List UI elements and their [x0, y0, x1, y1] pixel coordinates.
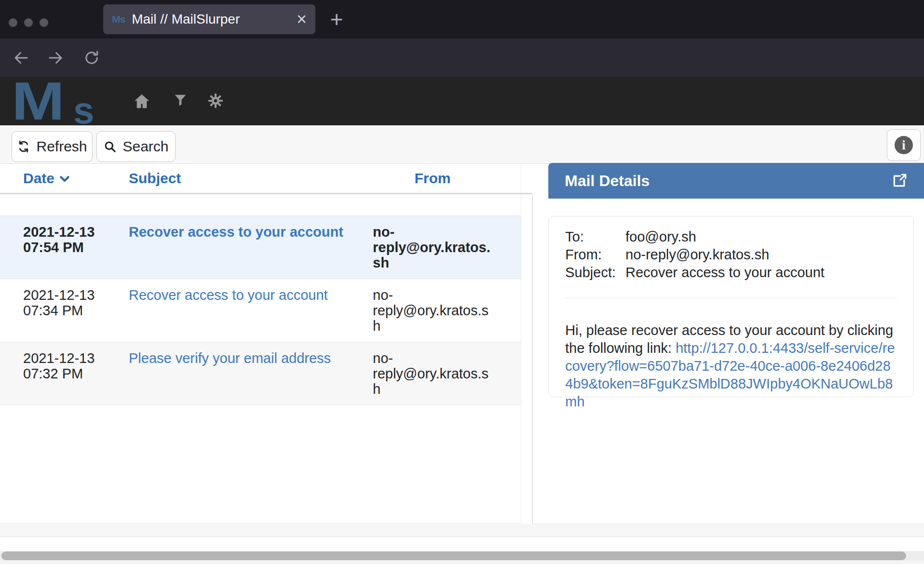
window-control-dot[interactable]	[24, 18, 33, 27]
forward-icon[interactable]	[47, 49, 64, 67]
panel-divider	[532, 195, 533, 537]
table-row[interactable]: 2021-12-13 07:54 PM Recover access to yo…	[0, 215, 521, 279]
refresh-icon	[17, 140, 30, 153]
action-strip: Refresh Search i	[0, 125, 924, 164]
browser-tab[interactable]: Ms Mail // MailSlurper ×	[103, 4, 315, 34]
mail-details-title: Mail Details	[565, 172, 891, 190]
refresh-button[interactable]: Refresh	[12, 131, 93, 162]
footer-strip	[0, 524, 924, 537]
detail-subject-row: Subject: Recover access to your account	[565, 264, 897, 282]
info-button[interactable]: i	[887, 129, 921, 161]
from-value: no-reply@ory.kratos.sh	[625, 246, 769, 264]
mail-subject-link[interactable]: Recover access to your account	[129, 224, 373, 240]
mail-subject-link[interactable]: Please verify your email address	[129, 350, 373, 366]
bottom-edge	[0, 561, 924, 564]
mail-date: 2021-12-13 07:34 PM	[0, 287, 129, 318]
home-icon[interactable]	[133, 92, 151, 110]
filter-icon[interactable]	[172, 92, 190, 110]
new-tab-button[interactable]: +	[324, 7, 349, 32]
mail-from: no-reply@ory.kratos.sh	[373, 350, 498, 397]
mailslurper-navbar: M s	[0, 77, 924, 125]
window-control-dot[interactable]	[9, 18, 17, 27]
sort-desc-icon	[59, 175, 70, 183]
external-link-icon[interactable]	[891, 173, 908, 189]
header-divider	[0, 193, 532, 194]
subject-value: Recover access to your account	[625, 264, 825, 282]
table-row[interactable]: 2021-12-13 07:34 PM Recover access to yo…	[0, 279, 521, 342]
mail-list-header: Date Subject From	[0, 164, 521, 193]
browser-window: Ms Mail // MailSlurper × + 127.0.0.1:443…	[0, 0, 924, 564]
table-row[interactable]: 2021-12-13 07:32 PM Please verify your e…	[0, 342, 521, 405]
mail-details-header: Mail Details	[548, 163, 924, 199]
mail-date: 2021-12-13 07:32 PM	[0, 350, 129, 381]
subject-label: Subject:	[565, 264, 625, 282]
column-header-date-label: Date	[23, 170, 54, 186]
scrollbar-thumb[interactable]	[1, 551, 906, 560]
tab-title: Mail // MailSlurper	[132, 12, 291, 27]
mail-from: no-reply@ory.kratos.sh	[373, 224, 498, 270]
logo-letter-s: s	[73, 89, 94, 125]
mail-body: Hi, please recover access to your accoun…	[565, 322, 897, 411]
search-button-label: Search	[122, 138, 168, 155]
mail-date: 2021-12-13 07:54 PM	[0, 224, 129, 255]
details-divider	[565, 298, 897, 298]
mail-rows: 2021-12-13 07:54 PM Recover access to yo…	[0, 215, 521, 405]
tab-close-icon[interactable]: ×	[297, 12, 307, 27]
window-controls[interactable]	[9, 18, 48, 27]
to-value: foo@ory.sh	[625, 228, 696, 246]
column-header-from[interactable]: From	[373, 170, 498, 187]
mailslurper-favicon: Ms	[112, 13, 125, 25]
back-icon[interactable]	[13, 49, 30, 67]
search-icon	[103, 140, 117, 153]
column-header-date[interactable]: Date	[0, 170, 129, 187]
logo-letter-m: M	[12, 77, 65, 125]
to-label: To:	[565, 228, 625, 246]
mailslurper-logo: M s	[12, 77, 113, 125]
mail-subject-link[interactable]: Recover access to your account	[129, 287, 373, 303]
from-label: From:	[565, 246, 625, 264]
gear-icon[interactable]	[207, 92, 225, 110]
horizontal-scrollbar[interactable]	[0, 551, 924, 561]
mail-from: no-reply@ory.kratos.sh	[373, 287, 498, 334]
mail-details-card: To: foo@ory.sh From: no-reply@ory.kratos…	[548, 216, 914, 397]
search-button[interactable]: Search	[96, 131, 176, 162]
info-icon: i	[895, 136, 913, 154]
column-header-subject[interactable]: Subject	[129, 170, 373, 187]
tab-bar: Ms Mail // MailSlurper × +	[0, 0, 924, 39]
detail-to-row: To: foo@ory.sh	[565, 228, 897, 246]
refresh-button-label: Refresh	[36, 138, 87, 155]
mail-list-panel: Date Subject From 2021-12-13 07:54 PM Re…	[0, 164, 521, 524]
detail-from-row: From: no-reply@ory.kratos.sh	[565, 246, 897, 264]
window-control-dot[interactable]	[40, 18, 48, 27]
browser-toolbar: 127.0.0.1:4436/# 90% »	[0, 39, 924, 77]
reload-icon[interactable]	[83, 49, 100, 67]
